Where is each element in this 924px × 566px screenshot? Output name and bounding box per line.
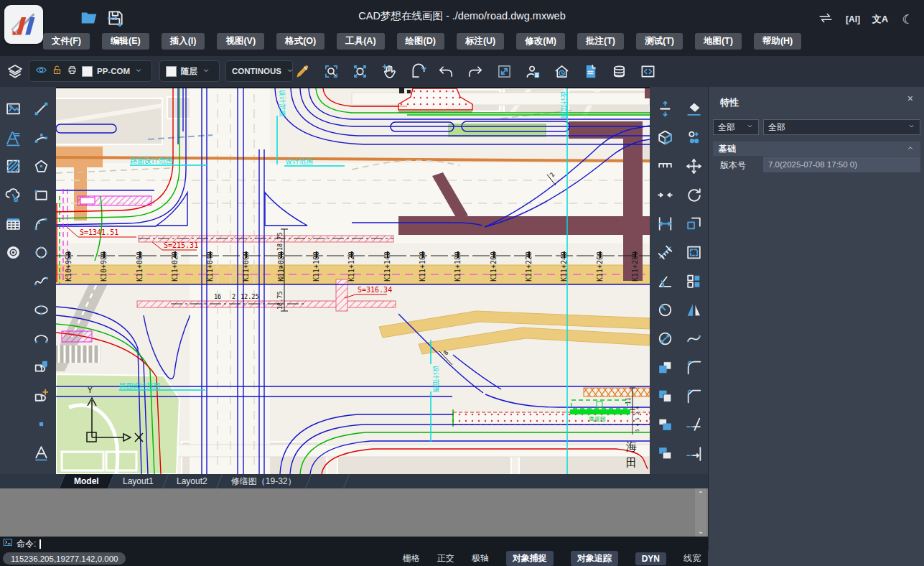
tool-angular-dim[interactable] <box>655 273 674 292</box>
close-icon[interactable]: × <box>907 93 913 104</box>
chevron-down-icon[interactable] <box>134 65 143 78</box>
menu-view[interactable]: 视图(V) <box>217 33 264 50</box>
tool-array[interactable] <box>684 273 703 292</box>
property-value-version[interactable]: 7.0(2025-07-08 17:50 0) <box>763 157 920 172</box>
menu-insert[interactable]: 插入(I) <box>162 33 205 50</box>
layer-manager-icon[interactable] <box>6 63 24 83</box>
layer-color-swatch[interactable] <box>82 66 93 77</box>
toggle-polar[interactable]: 极轴 <box>472 552 489 565</box>
linetype-edit-icon[interactable] <box>294 63 311 83</box>
menu-draw[interactable]: 绘图(D) <box>397 33 444 50</box>
color-combo[interactable]: 随层 <box>159 60 220 82</box>
tool-move[interactable] <box>684 158 703 177</box>
layer-unlock-icon[interactable] <box>52 65 62 78</box>
tool-arc[interactable] <box>32 215 50 234</box>
menu-annotate[interactable]: 批注(T) <box>577 33 624 50</box>
tool-3d-box[interactable] <box>655 129 674 148</box>
menu-dimension[interactable]: 标注(U) <box>457 33 504 50</box>
tool-erase[interactable] <box>684 101 703 119</box>
toggle-lineweight[interactable]: 线宽 <box>683 552 701 565</box>
chevron-down-icon[interactable] <box>286 65 294 78</box>
tool-diameter-dim[interactable] <box>655 330 674 349</box>
tool-draw-order-front[interactable] <box>655 359 674 378</box>
theme-toggle-icon[interactable]: ☾ <box>897 9 918 29</box>
tool-fillet[interactable] <box>684 359 703 378</box>
tool-trim[interactable] <box>684 416 703 435</box>
tool-point[interactable] <box>32 416 50 435</box>
tool-mirror[interactable] <box>684 302 703 320</box>
dwg-file-icon[interactable] <box>582 63 599 83</box>
scroll-down-icon[interactable]: ⌄ <box>698 527 704 535</box>
section-basic[interactable]: 基础 <box>713 142 920 156</box>
tool-draw-order-below[interactable] <box>655 445 674 463</box>
menu-file[interactable]: 文件(F) <box>43 33 90 50</box>
drawing-canvas[interactable]: 路面设计范围 设计范围 路面设计范围 设计范围 设计范围 设计范围 K10+96… <box>56 88 650 474</box>
tool-radius-dim[interactable] <box>655 302 674 320</box>
scroll-up-icon[interactable]: ⌃ <box>698 490 704 498</box>
command-history[interactable]: ⌃ ⌄ <box>0 488 708 537</box>
tab-repair-plan[interactable]: 修缮图（19-32） <box>217 474 312 488</box>
layer-visible-icon[interactable] <box>35 64 47 79</box>
rotate-view-icon[interactable] <box>410 63 426 83</box>
tool-line[interactable] <box>32 101 50 119</box>
menu-modify[interactable]: 修改(M) <box>516 33 565 50</box>
menu-format[interactable]: 格式(O) <box>276 33 325 50</box>
tool-chamfer[interactable] <box>684 388 703 407</box>
command-line[interactable]: 命令: <box>0 537 708 551</box>
redo-icon[interactable] <box>467 63 483 83</box>
tool-window-select[interactable] <box>684 244 703 263</box>
ai-icon[interactable]: [AI] <box>843 9 863 29</box>
tool-draw-order-above[interactable] <box>655 416 674 435</box>
tool-scale[interactable] <box>684 215 703 234</box>
tab-layout2[interactable]: Layout2 <box>162 474 223 488</box>
tool-rectangle[interactable] <box>32 187 50 205</box>
tool-ellipse[interactable] <box>32 302 50 320</box>
undo-icon[interactable] <box>438 63 454 83</box>
tab-model[interactable]: Model <box>59 474 114 488</box>
tool-break[interactable] <box>655 158 674 177</box>
linetype-combo[interactable]: CONTINOUS <box>225 60 293 82</box>
tool-fit-spline[interactable] <box>684 330 703 349</box>
tool-measure[interactable] <box>655 244 674 263</box>
tool-text[interactable] <box>32 445 50 463</box>
tool-circle[interactable] <box>32 244 50 263</box>
tool-join[interactable] <box>655 187 674 205</box>
tool-donut[interactable] <box>4 244 22 263</box>
tool-ellipse-arc[interactable] <box>32 330 50 349</box>
tool-polyline-arc[interactable] <box>32 129 50 148</box>
menu-help[interactable]: 帮助(H) <box>754 33 801 50</box>
translate-icon[interactable]: 文A <box>870 9 890 29</box>
tool-insert-image[interactable] <box>4 101 22 119</box>
tool-rotate[interactable] <box>684 187 703 205</box>
fullscreen-icon[interactable] <box>496 63 513 83</box>
tool-extend[interactable] <box>684 445 703 463</box>
menu-tools[interactable]: 工具(A) <box>337 33 384 50</box>
layer-print-icon[interactable] <box>67 65 78 78</box>
history-scrollbar[interactable]: ⌃ ⌄ <box>695 488 706 537</box>
tool-draw-order-back[interactable] <box>655 388 674 407</box>
pan-icon[interactable] <box>381 63 398 83</box>
tool-stretch[interactable] <box>655 101 674 119</box>
tool-hatch[interactable] <box>4 158 22 177</box>
tool-text-style[interactable] <box>4 129 22 148</box>
tool-spline[interactable] <box>32 273 50 292</box>
toggle-otrack[interactable]: 对象追踪 <box>571 551 618 566</box>
tool-polygon[interactable] <box>32 158 50 177</box>
menu-edit[interactable]: 编辑(E) <box>102 33 149 50</box>
menu-test[interactable]: 测试(T) <box>636 33 683 50</box>
toggle-osnap[interactable]: 对象捕捉 <box>506 551 554 566</box>
tool-revision-cloud[interactable] <box>4 187 22 205</box>
menu-map[interactable]: 地图(T) <box>695 33 742 50</box>
toggle-ortho[interactable]: 正交 <box>437 552 454 565</box>
filter-object-select[interactable]: 全部 <box>763 119 920 135</box>
layer-combo[interactable]: PP-COM <box>29 60 152 82</box>
code-icon[interactable] <box>640 63 656 83</box>
database-icon[interactable] <box>611 63 627 83</box>
tool-copy[interactable] <box>684 129 703 148</box>
tool-insert-block[interactable] <box>32 359 50 378</box>
sync-icon[interactable] <box>816 9 836 29</box>
user-profile-icon[interactable] <box>525 63 541 83</box>
zoom-window-icon[interactable] <box>323 63 340 83</box>
toggle-dyn[interactable]: DYN <box>635 552 666 565</box>
tool-linear-dim[interactable] <box>655 215 674 234</box>
